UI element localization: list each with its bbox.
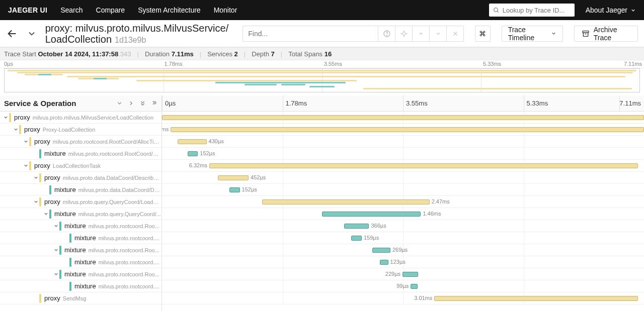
span-name-row[interactable]: mixturemilvus.proto.query.QueryCoord/...	[0, 208, 162, 220]
service-color-bar	[19, 125, 21, 134]
service-color-bar	[9, 113, 11, 122]
span-name-row[interactable]: mixturemilvus.proto.rootcoord....	[0, 280, 162, 292]
span-name-row[interactable]: mixturemilvus.proto.data.DataCoord/De...	[0, 184, 162, 196]
expand-toggle[interactable]	[2, 114, 9, 121]
span-time-row[interactable]: 1.46ms	[162, 208, 644, 220]
span-time-row[interactable]: 6.32ms	[162, 160, 644, 172]
span-bar[interactable]	[162, 115, 644, 120]
back-button[interactable]	[6, 27, 19, 41]
stat-duration-label: Duration	[145, 50, 170, 58]
span-time-row[interactable]: 152µs	[162, 184, 644, 196]
span-bar[interactable]	[372, 248, 390, 253]
span-name-row[interactable]: mixturemilvus.proto.rootcoord.Roo...	[0, 268, 162, 280]
span-name-row[interactable]: proxymilvus.proto.rootcoord.RootCoord/Al…	[0, 136, 162, 148]
span-time-row[interactable]: 269µs	[162, 244, 644, 256]
span-duration-label: 3.01ms	[414, 295, 432, 301]
nav-compare[interactable]: Compare	[96, 6, 125, 14]
svg-point-0	[494, 8, 498, 12]
span-bar[interactable]	[188, 151, 198, 156]
expand-toggle[interactable]	[42, 211, 49, 218]
span-name-row[interactable]: proxyProxy-LoadCollection	[0, 124, 162, 136]
collapse-one-icon[interactable]	[116, 100, 123, 107]
service-name: mixture	[54, 210, 76, 218]
span-bar[interactable]	[218, 175, 249, 180]
find-input[interactable]	[243, 26, 378, 42]
find-clear-button[interactable]	[447, 26, 464, 42]
span-bar[interactable]	[262, 199, 429, 204]
span-name-row[interactable]: proxymilvus.proto.query.QueryCoord/LoadC…	[0, 196, 162, 208]
trace-view-dropdown[interactable]: Trace Timeline	[502, 26, 563, 42]
expand-toggle[interactable]	[12, 126, 19, 133]
span-name-row[interactable]: mixturemilvus.proto.rootcoord.Roo...	[0, 244, 162, 256]
span-time-row[interactable]: 99µs	[162, 280, 644, 292]
expand-one-icon[interactable]	[128, 100, 134, 107]
span-bar[interactable]	[411, 284, 417, 289]
minimap-bar	[363, 88, 632, 89]
keyboard-shortcuts-button[interactable]: ⌘	[475, 26, 490, 42]
nav-system-architecture[interactable]: System Architecture	[138, 6, 201, 14]
span-time-row[interactable]: 430µs	[162, 136, 644, 148]
trace-title-line1: proxy: milvus.proto.milvus.MilvusService…	[45, 23, 229, 34]
span-time-row[interactable]: 123µs	[162, 256, 644, 268]
span-bar[interactable]	[380, 260, 388, 265]
span-name-row[interactable]: proxymilvus.proto.milvus.MilvusService/L…	[0, 112, 162, 124]
span-bar[interactable]	[171, 127, 644, 132]
expand-toggle[interactable]	[52, 247, 59, 254]
span-time-row[interactable]: 3.01ms	[162, 292, 644, 304]
span-time-row[interactable]: 452µs	[162, 172, 644, 184]
search-icon	[493, 7, 500, 14]
expand-all-icon[interactable]	[151, 100, 157, 107]
span-name-row[interactable]: mixturemilvus.proto.rootcoord.Roo...	[0, 220, 162, 232]
span-bar[interactable]	[178, 139, 207, 144]
trace-header: proxy: milvus.proto.milvus.MilvusService…	[0, 20, 644, 47]
expand-toggle[interactable]	[22, 138, 29, 145]
stat-duration-value: 7.11ms	[172, 50, 194, 58]
span-time-row[interactable]: 159µs	[162, 232, 644, 244]
span-bar[interactable]	[403, 272, 418, 277]
expand-toggle[interactable]	[22, 162, 29, 169]
span-time-row[interactable]: 229µs	[162, 268, 644, 280]
span-time-row[interactable]: 366µs	[162, 220, 644, 232]
span-name-row[interactable]: mixturemilvus.proto.rootcoord....	[0, 232, 162, 244]
find-next-button[interactable]	[430, 26, 447, 42]
brand[interactable]: JAEGER UI	[8, 6, 47, 14]
span-name-row[interactable]: mixturemilvus.proto.rootcoord....	[0, 256, 162, 268]
nav-search[interactable]: Search	[60, 6, 83, 14]
minimap-canvas[interactable]	[4, 68, 640, 92]
find-locate-button[interactable]	[395, 26, 413, 42]
nav-monitor[interactable]: Monitor	[214, 6, 237, 14]
minimap-bar	[309, 86, 335, 87]
service-name: proxy	[44, 294, 60, 302]
expand-toggle[interactable]	[32, 198, 39, 205]
span-bar[interactable]	[434, 296, 638, 301]
find-prev-button[interactable]	[413, 26, 430, 42]
archive-trace-button[interactable]: Archive Trace	[574, 26, 638, 42]
lookup-input[interactable]	[503, 7, 571, 14]
span-time-row[interactable]: ms	[162, 124, 644, 136]
lookup-trace[interactable]	[489, 4, 575, 17]
span-bar[interactable]	[351, 236, 362, 241]
service-color-bar	[69, 258, 71, 267]
span-bar[interactable]	[209, 163, 638, 168]
span-name-row[interactable]: proxymilvus.proto.data.DataCoord/Describ…	[0, 172, 162, 184]
span-time-row[interactable]: 152µs	[162, 148, 644, 160]
trace-view-label: Trace Timeline	[508, 26, 548, 42]
span-name-row[interactable]: mixturemilvus.proto.rootcoord.RootCoord/…	[0, 148, 162, 160]
expand-toggle[interactable]	[52, 223, 59, 230]
span-bar[interactable]	[229, 187, 240, 192]
span-time-row[interactable]: 2.47ms	[162, 196, 644, 208]
expand-toggle[interactable]	[32, 174, 39, 181]
about-jaeger[interactable]: About Jaeger	[586, 6, 636, 14]
span-bar[interactable]	[344, 224, 369, 229]
span-bar[interactable]	[322, 212, 421, 217]
span-name-row[interactable]: proxySendMsg	[0, 292, 162, 304]
span-time-row[interactable]	[162, 112, 644, 124]
expand-toggle[interactable]	[52, 271, 59, 278]
find-help-button[interactable]	[378, 26, 395, 42]
collapse-trace-header[interactable]	[26, 27, 38, 41]
stat-services-value: 2	[234, 50, 238, 58]
collapse-all-icon[interactable]	[139, 100, 146, 107]
service-color-bar	[49, 210, 51, 219]
span-name-row[interactable]: proxyLoadCollectionTask	[0, 160, 162, 172]
service-color-bar	[39, 173, 41, 182]
